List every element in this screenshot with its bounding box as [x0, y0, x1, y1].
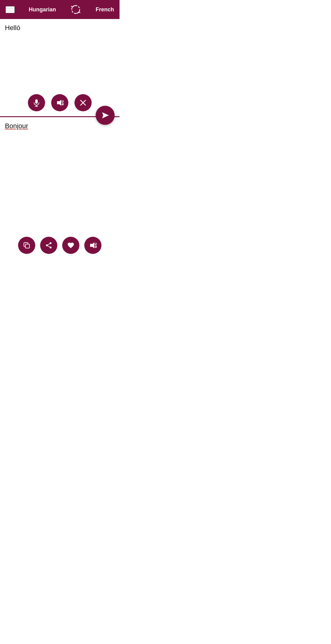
share-button[interactable]: [40, 237, 57, 254]
svg-rect-8: [25, 244, 29, 248]
source-text[interactable]: Helló: [0, 19, 120, 32]
translate-button[interactable]: [96, 106, 115, 125]
favorite-button[interactable]: [62, 237, 79, 254]
speak-translation-button[interactable]: [84, 237, 101, 254]
svg-marker-4: [57, 100, 61, 106]
svg-point-11: [50, 247, 51, 248]
svg-point-10: [46, 244, 48, 246]
svg-point-9: [50, 242, 51, 244]
app-header: Hungarian French: [0, 0, 120, 19]
microphone-button[interactable]: [28, 94, 45, 111]
menu-button[interactable]: [6, 6, 15, 13]
clear-button[interactable]: [74, 94, 92, 111]
target-panel: Bonjour: [0, 117, 120, 259]
svg-point-0: [72, 6, 80, 13]
svg-line-13: [48, 244, 50, 245]
target-language-label[interactable]: French: [96, 6, 114, 13]
source-language-label[interactable]: Hungarian: [29, 6, 56, 13]
svg-line-12: [48, 246, 50, 247]
source-panel: Helló: [0, 19, 120, 117]
swap-languages-button[interactable]: [70, 4, 82, 15]
svg-marker-7: [102, 112, 109, 118]
target-controls: [18, 237, 101, 254]
copy-button[interactable]: [18, 237, 35, 254]
svg-marker-14: [90, 242, 94, 248]
speak-source-button[interactable]: [51, 94, 68, 111]
source-controls: [28, 94, 92, 111]
svg-rect-1: [35, 99, 38, 104]
